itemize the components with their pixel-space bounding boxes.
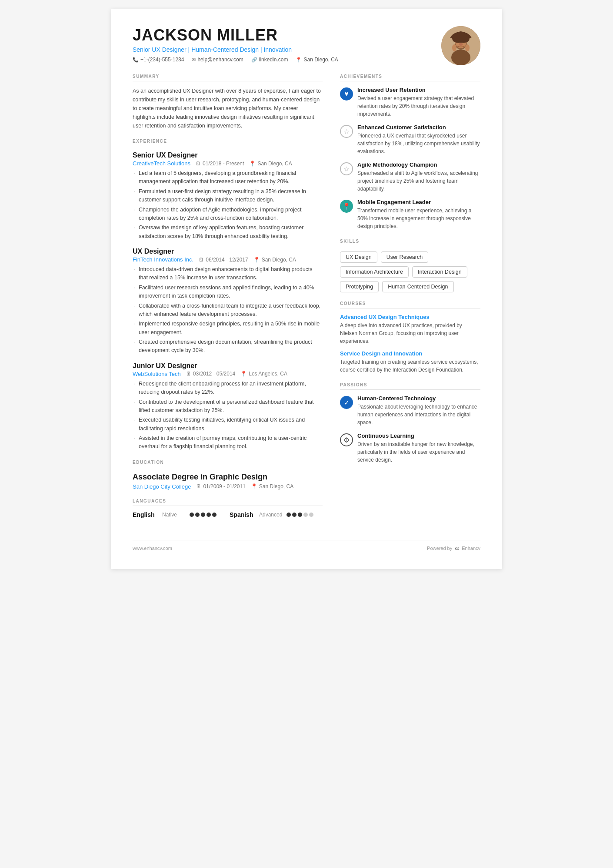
passion-1-desc: Passionate about leveraging technology t…	[357, 403, 480, 426]
email-icon: ✉	[192, 57, 196, 63]
dot-4	[207, 513, 211, 517]
achievement-2-content: Enhanced Customer Satisfaction Pioneered…	[357, 124, 480, 155]
skill-ux-design: UX Design	[340, 251, 377, 263]
job-3-location: 📍 Los Angeles, CA	[240, 371, 287, 377]
dot-2	[195, 513, 200, 517]
contact-phone: 📞 +1-(234)-555-1234	[133, 57, 184, 63]
achievement-1-title: Increased User Retention	[357, 87, 480, 93]
achievement-1-desc: Devised a user engagement strategy that …	[357, 94, 480, 118]
dot-1	[190, 513, 194, 517]
summary-section: SUMMARY As an accomplished UX Designer w…	[133, 74, 323, 130]
achievement-3: ☆ Agile Methodology Champion Spearheaded…	[340, 161, 480, 193]
dot-5	[212, 513, 217, 517]
lang-spanish-dots	[287, 513, 313, 517]
achievement-3-title: Agile Methodology Champion	[357, 161, 480, 168]
achievement-3-desc: Spearheaded a shift to Agile workflows, …	[357, 169, 480, 193]
lang-english-name: English	[133, 511, 159, 518]
dot-s2	[292, 513, 297, 517]
star-icon-1: ☆	[343, 127, 350, 136]
candidate-title: Senior UX Designer | Human-Centered Desi…	[133, 46, 338, 53]
footer-url: www.enhancv.com	[133, 546, 172, 551]
avatar	[441, 26, 480, 65]
achievements-label: ACHIEVEMENTS	[340, 74, 480, 81]
achievement-4-icon: 📍	[340, 200, 353, 213]
passions-section: PASSIONS ✓ Human-Centered Technology Pas…	[340, 382, 480, 464]
skill-user-research: User Research	[381, 251, 428, 263]
two-column-layout: SUMMARY As an accomplished UX Designer w…	[133, 74, 480, 527]
languages-row: English Native Spanish Advance	[133, 511, 323, 518]
pin-icon-2: 📍	[253, 257, 260, 263]
course-1: Advanced UX Design Techniques A deep div…	[340, 314, 480, 345]
achievement-4-desc: Transformed mobile user experience, achi…	[357, 207, 480, 230]
passion-2-title: Continuous Learning	[357, 432, 480, 439]
job-3-title: Junior UX Designer	[133, 362, 323, 370]
brand-name: Enhancv	[462, 546, 480, 551]
check-icon: ✓	[344, 399, 350, 407]
job-2-bullets: Introduced data-driven design enhancemen…	[133, 265, 323, 355]
achievement-4-title: Mobile Engagement Leader	[357, 199, 480, 205]
job-2-date: 🗓 06/2014 - 12/2017	[199, 257, 248, 263]
calendar-icon-2: 🗓	[199, 257, 204, 263]
edu-institution: San Diego City College	[133, 483, 191, 490]
passion-1-icon: ✓	[340, 396, 353, 409]
lang-english-level: Native	[162, 512, 186, 518]
courses-section: COURSES Advanced UX Design Techniques A …	[340, 301, 480, 374]
contact-location: 📍 San Diego, CA	[296, 57, 338, 63]
mobile-icon: 📍	[342, 202, 351, 211]
job-2-bullet-3: Collaborated with a cross-functional tea…	[133, 302, 323, 319]
achievement-4: 📍 Mobile Engagement Leader Transformed m…	[340, 199, 480, 230]
job-2-bullet-4: Implemented responsive design principles…	[133, 320, 323, 337]
job-1-bullet-2: Formulated a user-first design strategy …	[133, 188, 323, 204]
job-1-company: CreativeTech Solutions	[133, 160, 190, 167]
passion-2-desc: Driven by an insatiable hunger for new k…	[357, 440, 480, 464]
contact-linkedin: 🔗 linkedin.com	[251, 57, 288, 63]
dot-3	[201, 513, 205, 517]
course-2: Service Design and Innovation Targeted t…	[340, 350, 480, 374]
education-section: EDUCATION Associate Degree in Graphic De…	[133, 460, 323, 490]
job-3-bullet-2: Contributed to the development of a pers…	[133, 398, 323, 415]
dot-s1	[287, 513, 291, 517]
achievements-section: ACHIEVEMENTS ♥ Increased User Retention …	[340, 74, 480, 230]
lang-spanish-level: Advanced	[259, 512, 283, 518]
dot-s4	[303, 513, 308, 517]
resume-page: JACKSON MILLER Senior UX Designer | Huma…	[111, 9, 502, 569]
email-address: help@enhancv.com	[197, 57, 243, 63]
skills-label: SKILLS	[340, 239, 480, 246]
course-2-desc: Targeted training on creating seamless s…	[340, 358, 480, 374]
heart-icon: ♥	[344, 90, 349, 98]
achievement-2-desc: Pioneered a UX overhaul that skyrocketed…	[357, 132, 480, 155]
job-2-bullet-1: Introduced data-driven design enhancemen…	[133, 265, 323, 282]
linkedin-url: linkedin.com	[259, 57, 288, 63]
contact-email: ✉ help@enhancv.com	[192, 57, 243, 63]
footer-brand: Powered by ∞ Enhancv	[427, 545, 480, 552]
achievement-2-title: Enhanced Customer Satisfaction	[357, 124, 480, 131]
summary-label: SUMMARY	[133, 74, 323, 81]
pin-icon-edu: 📍	[251, 483, 257, 489]
summary-text: As an accomplished UX Designer with over…	[133, 87, 323, 130]
pin-icon-1: 📍	[249, 161, 256, 167]
achievement-1-icon: ♥	[340, 87, 353, 101]
skill-info-arch: Information Architecture	[340, 266, 409, 278]
passion-1: ✓ Human-Centered Technology Passionate a…	[340, 395, 480, 426]
powered-by-text: Powered by	[427, 546, 452, 551]
job-1-bullet-3: Championed the adoption of Agile methodo…	[133, 206, 323, 223]
left-column: SUMMARY As an accomplished UX Designer w…	[133, 74, 323, 527]
phone-number: +1-(234)-555-1234	[140, 57, 184, 63]
edu-date: 🗓 01/2009 - 01/2011	[196, 483, 245, 489]
job-1-title: Senior UX Designer	[133, 151, 323, 159]
job-3-bullet-4: Assisted in the creation of journey maps…	[133, 434, 323, 451]
brand-logo-icon: ∞	[455, 545, 459, 552]
job-3-meta: WebSolutions Tech 🗓 03/2012 - 05/2014 📍 …	[133, 371, 323, 377]
right-column: ACHIEVEMENTS ♥ Increased User Retention …	[340, 74, 480, 527]
passion-2: ⚙ Continuous Learning Driven by an insat…	[340, 432, 480, 464]
achievement-2-icon: ☆	[340, 125, 353, 138]
achievement-1-content: Increased User Retention Devised a user …	[357, 87, 480, 118]
course-1-desc: A deep dive into advanced UX practices, …	[340, 322, 480, 345]
languages-label: LANGUAGES	[133, 499, 323, 506]
edu-meta: San Diego City College 🗓 01/2009 - 01/20…	[133, 483, 323, 490]
person-icon: ⚙	[343, 436, 350, 444]
link-icon: 🔗	[251, 57, 257, 63]
achievement-3-content: Agile Methodology Champion Spearheaded a…	[357, 161, 480, 193]
course-1-title: Advanced UX Design Techniques	[340, 314, 480, 320]
job-3: Junior UX Designer WebSolutions Tech 🗓 0…	[133, 362, 323, 451]
